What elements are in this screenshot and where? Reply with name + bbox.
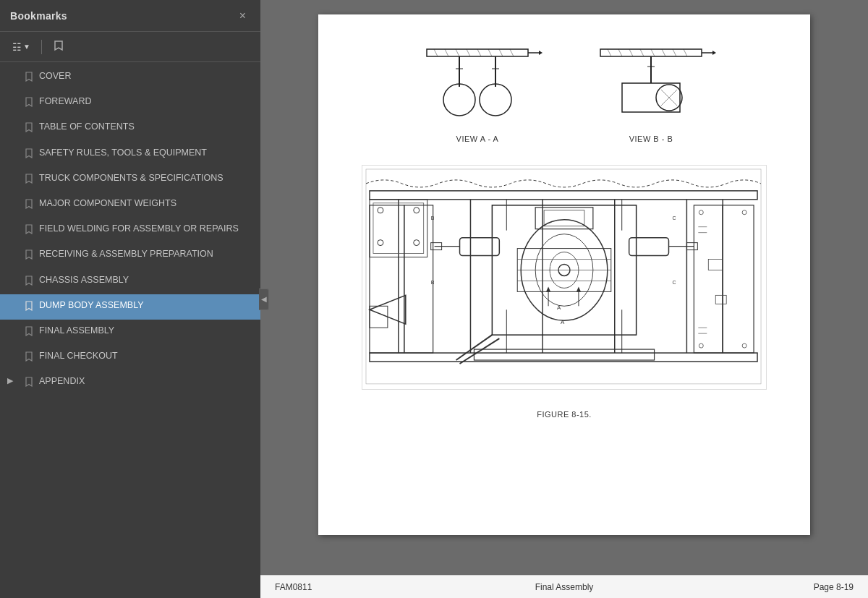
bookmark-label-cover: COVER: [39, 70, 253, 83]
svg-line-7: [434, 49, 438, 56]
bookmark-icon: [53, 40, 64, 54]
bookmark-label-field-welding: FIELD WELDING FOR ASSEMBLY OR REPAIRS: [39, 223, 253, 236]
svg-text:A: A: [561, 319, 565, 325]
bookmark-item-truck-components[interactable]: TRUCK COMPONENTS & SPECIFICATIONS: [0, 167, 260, 192]
svg-point-6: [480, 84, 511, 116]
bookmark-icon-receiving: [25, 249, 33, 263]
bookmark-item-final-checkout[interactable]: FINAL CHECKOUT: [0, 345, 260, 370]
bookmark-item-final-assembly[interactable]: FINAL ASSEMBLY: [0, 320, 260, 345]
status-bar: FAM0811 Final Assembly Page 8-19: [260, 575, 868, 598]
bookmark-icon-final-checkout: [25, 351, 33, 365]
bookmark-icon-chassis: [25, 275, 33, 289]
bookmark-icon-truck-components: [25, 174, 33, 187]
bookmark-item-major-weights[interactable]: MAJOR COMPONENT WEIGHTS: [0, 192, 260, 218]
diagram-view-a: VIEW A - A: [412, 43, 542, 143]
bookmark-label-truck-components: TRUCK COMPONENTS & SPECIFICATIONS: [39, 172, 253, 185]
view-b-label: VIEW B - B: [629, 134, 673, 143]
sidebar-title: Bookmarks: [10, 10, 67, 22]
svg-line-9: [456, 49, 459, 56]
bookmark-label-toc: TABLE OF CONTENTS: [39, 121, 253, 134]
bookmark-item-receiving[interactable]: RECEIVING & ASSEMBLY PREPARATION: [0, 243, 260, 268]
close-button[interactable]: ×: [235, 9, 250, 23]
svg-text:C: C: [672, 215, 676, 221]
bookmark-icon-toc: [25, 122, 33, 136]
document-area[interactable]: VIEW A - A: [260, 0, 868, 575]
bookmark-label-safety: SAFETY RULES, TOOLS & EQUIPMENT: [39, 147, 253, 160]
sidebar-collapse-button[interactable]: ◀: [259, 289, 269, 310]
list-icon: ☷: [12, 41, 22, 53]
bookmark-icon-safety: [25, 148, 33, 162]
assembly-svg: B B C C A A: [362, 165, 767, 390]
bookmark-item-chassis[interactable]: CHASSIS ASSEMBLY: [0, 269, 260, 294]
svg-marker-2: [539, 51, 542, 55]
svg-line-31: [662, 49, 665, 56]
bookmark-label-foreward: FOREWARD: [39, 95, 253, 108]
svg-marker-19: [712, 51, 716, 55]
svg-rect-34: [366, 169, 761, 384]
svg-line-10: [467, 49, 470, 56]
bookmark-icon-major-weights: [25, 199, 33, 213]
bookmark-icon-appendix: [25, 377, 33, 390]
bookmark-icon-cover: [25, 72, 33, 85]
svg-line-33: [684, 49, 687, 56]
bookmark-label-final-assembly: FINAL ASSEMBLY: [39, 325, 253, 338]
bookmark-item-cover[interactable]: COVER: [0, 65, 260, 90]
svg-line-30: [651, 49, 655, 56]
svg-line-14: [510, 49, 514, 56]
bookmark-list: COVERFOREWARDTABLE OF CONTENTSSAFETY RUL…: [0, 62, 260, 598]
svg-line-11: [477, 49, 481, 56]
figure-caption: FIGURE 8-15.: [537, 410, 592, 419]
svg-point-5: [443, 84, 475, 116]
svg-line-29: [640, 49, 644, 56]
bookmark-item-appendix[interactable]: ▶APPENDIX: [0, 370, 260, 396]
svg-line-32: [673, 49, 676, 56]
diagrams-row: VIEW A - A: [412, 43, 716, 143]
main-assembly-diagram: B B C C A A: [362, 165, 767, 390]
expand-icon-appendix[interactable]: ▶: [7, 375, 19, 386]
svg-line-27: [618, 49, 622, 56]
bookmark-item-toc[interactable]: TABLE OF CONTENTS: [0, 116, 260, 141]
svg-text:A: A: [557, 304, 561, 311]
bookmark-item-foreward[interactable]: FOREWARD: [0, 90, 260, 116]
bookmark-item-safety[interactable]: SAFETY RULES, TOOLS & EQUIPMENT: [0, 142, 260, 167]
sidebar: Bookmarks × ☷ ▼ COVERFOREWARDTABLE OF CO…: [0, 0, 260, 598]
svg-line-12: [488, 49, 492, 56]
bookmark-label-final-checkout: FINAL CHECKOUT: [39, 350, 253, 363]
status-page-number: Page 8-19: [660, 582, 854, 592]
view-b-svg: [586, 43, 716, 130]
svg-text:C: C: [672, 280, 676, 285]
view-a-svg: [412, 43, 542, 130]
bookmark-item-dump-body[interactable]: DUMP BODY ASSEMBLY: [0, 294, 260, 320]
dropdown-arrow-icon: ▼: [23, 43, 30, 51]
bookmark-icon-final-assembly: [25, 326, 33, 340]
sidebar-header: Bookmarks ×: [0, 0, 260, 32]
bookmark-icon-dump-body: [25, 301, 33, 315]
bookmark-label-chassis: CHASSIS ASSEMBLY: [39, 274, 253, 287]
page-content: VIEW A - A: [347, 36, 781, 420]
svg-line-8: [445, 49, 448, 56]
status-section-name: Final Assembly: [468, 582, 661, 592]
bookmark-label-major-weights: MAJOR COMPONENT WEIGHTS: [39, 197, 253, 210]
bookmark-label-dump-body: DUMP BODY ASSEMBLY: [39, 299, 253, 312]
svg-line-26: [608, 49, 611, 56]
document-page: VIEW A - A: [318, 14, 810, 535]
main-content: VIEW A - A: [260, 0, 868, 598]
app-container: Bookmarks × ☷ ▼ COVERFOREWARDTABLE OF CO…: [0, 0, 868, 598]
svg-line-28: [629, 49, 633, 56]
chevron-left-icon: ◀: [261, 295, 267, 303]
status-document-id: FAM0811: [275, 582, 468, 592]
diagram-view-b: VIEW B - B: [586, 43, 716, 143]
bookmark-icon-field-welding: [25, 224, 33, 238]
figure-caption-area: FIGURE 8-15.: [537, 407, 592, 420]
bookmark-label-appendix: APPENDIX: [39, 375, 253, 388]
bookmark-item-field-welding[interactable]: FIELD WELDING FOR ASSEMBLY OR REPAIRS: [0, 218, 260, 243]
sidebar-toolbar: ☷ ▼: [0, 32, 260, 62]
list-view-button[interactable]: ☷ ▼: [7, 38, 35, 56]
bookmark-expand-button[interactable]: [48, 36, 69, 57]
toolbar-divider: [41, 40, 42, 54]
svg-rect-21: [622, 83, 680, 112]
bookmark-icon-foreward: [25, 97, 33, 111]
svg-line-13: [499, 49, 503, 56]
bookmark-label-receiving: RECEIVING & ASSEMBLY PREPARATION: [39, 248, 253, 261]
view-a-label: VIEW A - A: [456, 134, 499, 143]
